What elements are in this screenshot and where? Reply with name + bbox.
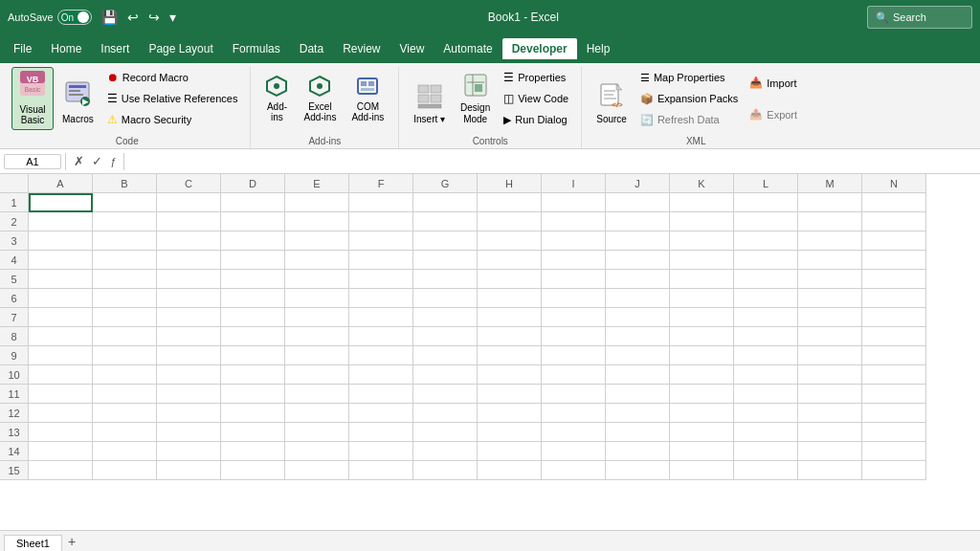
cell-L3[interactable] xyxy=(734,231,798,251)
menu-item-formulas[interactable]: Formulas xyxy=(223,38,290,59)
cell-K10[interactable] xyxy=(670,365,734,385)
cell-N6[interactable] xyxy=(862,289,926,308)
cell-A2[interactable] xyxy=(29,212,93,231)
cell-J1[interactable] xyxy=(606,193,670,212)
cell-B9[interactable] xyxy=(93,346,157,365)
cell-A8[interactable] xyxy=(29,327,93,346)
col-header-M[interactable]: M xyxy=(798,174,862,193)
save-button[interactable]: 💾 xyxy=(98,8,122,27)
cancel-formula-button[interactable]: ✗ xyxy=(70,153,88,169)
cell-M14[interactable] xyxy=(798,442,862,461)
cell-A7[interactable] xyxy=(29,308,93,327)
menu-item-data[interactable]: Data xyxy=(290,38,333,59)
cell-N9[interactable] xyxy=(862,346,926,365)
cell-M3[interactable] xyxy=(798,231,862,251)
cell-C14[interactable] xyxy=(157,442,221,461)
cell-F6[interactable] xyxy=(349,289,413,308)
cell-B1[interactable] xyxy=(93,193,157,212)
cell-C12[interactable] xyxy=(157,404,221,423)
cell-D8[interactable] xyxy=(221,327,285,346)
cell-D5[interactable] xyxy=(221,270,285,289)
cell-K7[interactable] xyxy=(670,308,734,327)
cell-K2[interactable] xyxy=(670,212,734,231)
cell-H10[interactable] xyxy=(478,365,542,385)
cell-L14[interactable] xyxy=(734,442,798,461)
cell-J11[interactable] xyxy=(606,385,670,404)
cell-L9[interactable] xyxy=(734,346,798,365)
add-sheet-button[interactable]: + xyxy=(64,532,79,551)
cell-G10[interactable] xyxy=(413,365,478,385)
cell-I1[interactable] xyxy=(542,193,606,212)
cell-B6[interactable] xyxy=(93,289,157,308)
menu-item-file[interactable]: File xyxy=(4,38,41,59)
cell-G7[interactable] xyxy=(413,308,478,327)
cell-M13[interactable] xyxy=(798,423,862,442)
cell-L12[interactable] xyxy=(734,404,798,423)
cell-K13[interactable] xyxy=(670,423,734,442)
cell-H12[interactable] xyxy=(478,404,542,423)
col-header-H[interactable]: H xyxy=(478,174,542,193)
col-header-D[interactable]: D xyxy=(221,174,285,193)
cell-G11[interactable] xyxy=(413,385,478,404)
cell-J9[interactable] xyxy=(606,346,670,365)
cell-K5[interactable] xyxy=(670,270,734,289)
cell-H13[interactable] xyxy=(478,423,542,442)
cell-E12[interactable] xyxy=(285,404,349,423)
cell-L13[interactable] xyxy=(734,423,798,442)
search-box[interactable]: 🔍 Search xyxy=(867,6,972,29)
cell-A5[interactable] xyxy=(29,270,93,289)
cell-F11[interactable] xyxy=(349,385,413,404)
cell-L10[interactable] xyxy=(734,365,798,385)
cell-C15[interactable] xyxy=(157,461,221,480)
cell-E8[interactable] xyxy=(285,327,349,346)
cell-A11[interactable] xyxy=(29,385,93,404)
cell-H3[interactable] xyxy=(478,231,542,251)
cell-N10[interactable] xyxy=(862,365,926,385)
cell-D2[interactable] xyxy=(221,212,285,231)
confirm-formula-button[interactable]: ✓ xyxy=(88,153,106,169)
cell-A1[interactable] xyxy=(29,193,93,212)
cell-H7[interactable] xyxy=(478,308,542,327)
cell-K4[interactable] xyxy=(670,251,734,270)
cell-G4[interactable] xyxy=(413,251,478,270)
menu-item-home[interactable]: Home xyxy=(41,38,91,59)
cell-A15[interactable] xyxy=(29,461,93,480)
spreadsheet-container[interactable]: A B C D E F G H I J K L M N 123456789101… xyxy=(0,174,980,530)
cell-D11[interactable] xyxy=(221,385,285,404)
cell-C8[interactable] xyxy=(157,327,221,346)
cell-G15[interactable] xyxy=(413,461,478,480)
cell-N2[interactable] xyxy=(862,212,926,231)
cell-J3[interactable] xyxy=(606,231,670,251)
cell-L8[interactable] xyxy=(734,327,798,346)
cell-N1[interactable] xyxy=(862,193,926,212)
customize-button[interactable]: ▾ xyxy=(166,8,180,27)
cell-G8[interactable] xyxy=(413,327,478,346)
map-properties-button[interactable]: ☰ Map Properties xyxy=(635,69,743,87)
cell-B11[interactable] xyxy=(93,385,157,404)
cell-K14[interactable] xyxy=(670,442,734,461)
cell-D7[interactable] xyxy=(221,308,285,327)
cell-K9[interactable] xyxy=(670,346,734,365)
cell-G2[interactable] xyxy=(413,212,478,231)
cell-F9[interactable] xyxy=(349,346,413,365)
cell-G9[interactable] xyxy=(413,346,478,365)
cell-D1[interactable] xyxy=(221,193,285,212)
cell-I7[interactable] xyxy=(542,308,606,327)
cell-J7[interactable] xyxy=(606,308,670,327)
cell-J6[interactable] xyxy=(606,289,670,308)
formula-input[interactable] xyxy=(128,154,976,169)
cell-I15[interactable] xyxy=(542,461,606,480)
cell-B8[interactable] xyxy=(93,327,157,346)
cell-I11[interactable] xyxy=(542,385,606,404)
cell-F15[interactable] xyxy=(349,461,413,480)
undo-button[interactable]: ↩ xyxy=(123,8,143,27)
cell-H9[interactable] xyxy=(478,346,542,365)
cell-F3[interactable] xyxy=(349,231,413,251)
cell-I3[interactable] xyxy=(542,231,606,251)
cell-M15[interactable] xyxy=(798,461,862,480)
cell-K1[interactable] xyxy=(670,193,734,212)
cell-C10[interactable] xyxy=(157,365,221,385)
cell-G12[interactable] xyxy=(413,404,478,423)
autosave-toggle[interactable]: On xyxy=(57,10,92,25)
cell-D14[interactable] xyxy=(221,442,285,461)
